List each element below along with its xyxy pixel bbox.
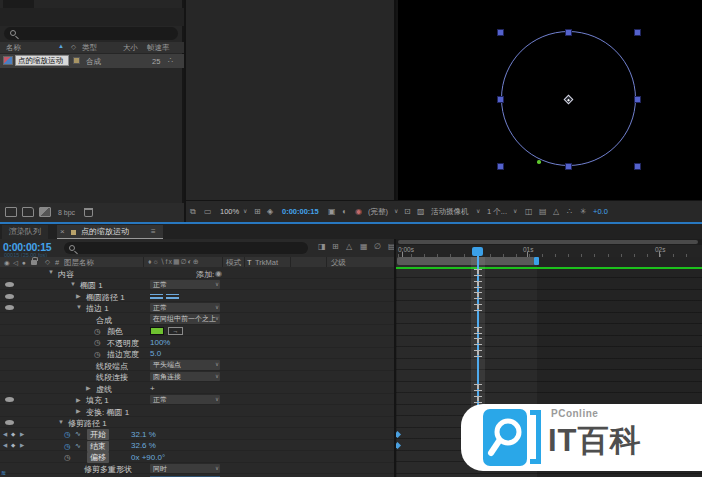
work-area-bar[interactable] [397, 257, 535, 265]
twirl-closed-icon[interactable]: ▶ [86, 384, 91, 391]
twirl-closed-icon[interactable]: ▶ [76, 292, 81, 299]
timeline-panel-icon[interactable]: △ [553, 207, 559, 216]
twirl-closed-icon[interactable]: ▶ [76, 396, 81, 403]
column-size[interactable]: 大小 [123, 43, 138, 53]
add-keyframe-icon[interactable]: ◆ [11, 431, 15, 437]
time-ruler[interactable]: 0:00s01s02s [396, 245, 702, 257]
stopwatch-icon[interactable]: ◷ [64, 442, 71, 451]
visibility-eye-icon[interactable] [5, 305, 14, 310]
column-type[interactable]: 类型 [82, 43, 97, 53]
project-item-row[interactable]: 点的缩放运动 合成 25 ∴ [0, 54, 184, 68]
color-swatch[interactable] [150, 327, 164, 335]
property-value[interactable]: 32.6 % [131, 441, 156, 450]
resolution-dropdown[interactable]: (完整) [368, 207, 388, 217]
pixel-aspect-icon[interactable]: ◫ [525, 207, 533, 216]
exposure-value[interactable]: +0.0 [593, 207, 608, 216]
timeline-search-input[interactable] [64, 242, 308, 254]
draft-3d-icon[interactable]: ⊞ [332, 242, 339, 251]
visibility-eye-icon[interactable] [5, 397, 14, 402]
property-row[interactable]: ▼修剪路径 1 [0, 417, 396, 429]
property-row[interactable]: ▼椭圆 1正常 [0, 279, 396, 291]
composition-viewer[interactable] [398, 0, 702, 200]
keyframe-summary-mark[interactable] [474, 304, 482, 311]
keyframe-summary-mark[interactable] [474, 338, 482, 345]
current-time-indicator-handle[interactable] [472, 247, 483, 256]
stopwatch-icon[interactable]: ◷ [64, 453, 71, 462]
trkmat-column-label[interactable]: TrkMat [255, 258, 278, 267]
selection-handle-top-center[interactable] [566, 30, 571, 35]
add-dash-button[interactable]: + [150, 384, 155, 393]
property-row[interactable]: ◷颜色→ [0, 325, 396, 337]
twirl-closed-icon[interactable]: ▶ [76, 407, 81, 414]
comp-flowchart-icon[interactable]: ∴ [567, 207, 572, 216]
property-row[interactable]: ◷偏移0x +90.0° [0, 451, 396, 463]
selection-handle-bottom-center[interactable] [566, 164, 571, 169]
property-value-dropdown[interactable]: 平头端点 [150, 360, 220, 370]
trash-icon[interactable] [84, 208, 93, 217]
view-layout-dropdown[interactable]: 1 个... [487, 207, 507, 217]
property-row[interactable]: 线段连接圆角连接 [0, 371, 396, 383]
visibility-eye-icon[interactable] [5, 294, 14, 299]
column-name[interactable]: 名称 [6, 43, 21, 53]
visibility-eye-icon[interactable] [5, 420, 14, 425]
reset-exposure-icon[interactable]: ✳ [580, 207, 587, 216]
item-name-edit-field[interactable]: 点的缩放运动 [15, 55, 69, 66]
stopwatch-icon[interactable]: ◷ [94, 327, 101, 336]
property-value-dropdown[interactable]: 正常 [150, 395, 220, 405]
visibility-eye-icon[interactable] [5, 282, 14, 287]
show-snapshot-icon[interactable]: ◐ [342, 207, 347, 216]
new-composition-icon[interactable] [39, 207, 51, 217]
property-value-dropdown[interactable]: 同时 [150, 464, 220, 474]
property-value[interactable]: 32.1 % [131, 430, 156, 439]
stopwatch-icon[interactable]: ◷ [94, 338, 101, 347]
column-framerate[interactable]: 帧速率 [147, 43, 170, 53]
stopwatch-icon[interactable]: ◷ [94, 350, 101, 359]
selection-handle-middle-left[interactable] [498, 97, 503, 102]
property-label[interactable]: 结束 [87, 441, 109, 452]
previous-keyframe-icon[interactable]: ◀ [3, 442, 7, 448]
camera-view-dropdown[interactable]: 活动摄像机 [431, 207, 469, 217]
property-row[interactable]: 线段端点平头端点 [0, 359, 396, 371]
next-keyframe-icon[interactable]: ▶ [20, 442, 24, 448]
magnification-icon[interactable]: ▭ [204, 207, 212, 216]
graph-editor-set-icon[interactable]: ∿ [75, 430, 81, 438]
trkmat-t-label[interactable]: T [247, 258, 252, 267]
sort-ascending-icon[interactable]: ▲ [58, 43, 64, 49]
viewer-timecode[interactable]: 0:00:00:15 [282, 207, 319, 216]
frame-blending-icon[interactable]: ▦ [360, 242, 368, 251]
selection-handle-top-right[interactable] [635, 30, 640, 35]
item-label-color[interactable] [73, 57, 80, 64]
panel-menu-icon[interactable]: ≡ [151, 225, 156, 239]
transparency-grid-icon[interactable]: ▨ [417, 207, 425, 216]
zoom-level-dropdown[interactable]: 100% [220, 207, 239, 216]
property-value[interactable]: 100% [150, 338, 170, 347]
property-row[interactable]: ▶椭圆路径 1 [0, 290, 396, 302]
keyframe-summary-mark[interactable] [474, 396, 482, 403]
color-override-icon[interactable]: → [168, 327, 183, 335]
property-label[interactable]: 开始 [87, 429, 109, 440]
fast-previews-icon[interactable]: ▤ [539, 207, 547, 216]
layout-chevron-icon[interactable]: ∨ [513, 207, 517, 214]
property-row[interactable]: ▶变换: 椭圆 1 [0, 405, 396, 417]
grid-guides-icon[interactable]: ⊞ [254, 207, 261, 216]
close-icon[interactable]: × [60, 225, 65, 239]
add-keyframe-icon[interactable]: ◆ [11, 442, 15, 448]
twirl-open-icon[interactable]: ▼ [70, 281, 76, 287]
property-value[interactable]: 5.0 [150, 349, 161, 358]
interpret-footage-icon[interactable] [5, 207, 17, 217]
motion-blur-icon[interactable]: ∅ [374, 242, 381, 251]
property-value-dropdown[interactable]: 正常 [150, 303, 220, 313]
zoom-chevron-icon[interactable]: ∨ [243, 207, 247, 214]
camera-chevron-icon[interactable]: ∨ [476, 207, 480, 214]
property-row[interactable]: 合成在同组中前一个之上 [0, 313, 396, 325]
keyframe-summary-mark[interactable] [474, 327, 482, 334]
new-folder-icon[interactable] [22, 207, 34, 217]
graph-editor-set-icon[interactable]: ∿ [75, 442, 81, 450]
work-area-end-handle[interactable] [534, 257, 539, 265]
snapshot-camera-icon[interactable]: ▣ [328, 207, 336, 216]
property-label[interactable]: 偏移 [87, 452, 109, 463]
stopwatch-icon[interactable]: ◷ [64, 430, 71, 439]
keyframe-summary-mark[interactable] [474, 350, 482, 357]
tab-composition[interactable]: × 点的缩放运动 ≡ [57, 225, 163, 239]
always-preview-icon[interactable]: ⧉ [190, 207, 196, 217]
